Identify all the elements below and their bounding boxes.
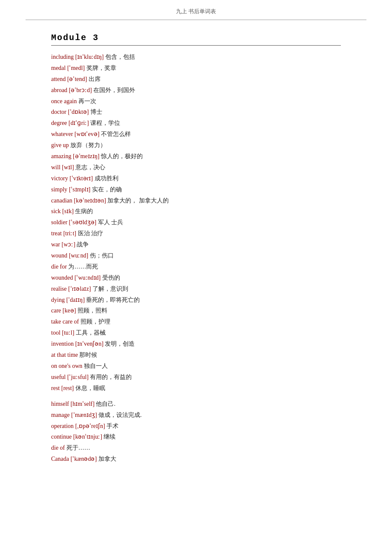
chinese-meaning: 继续 [102, 434, 116, 440]
chinese-meaning: 惊人的，极好的 [100, 153, 143, 159]
vocab-item: attend [əˈtend] 出席 [51, 74, 341, 85]
english-word: realise [51, 286, 67, 292]
english-word: at that time [51, 352, 78, 358]
vocab-item: operation [ˌɒpəˈreɪʃn] 手术 [51, 421, 341, 432]
vocab-item: care [keə] 照顾，照料 [51, 305, 341, 316]
vocab-item: die for 为……而死 [51, 261, 341, 272]
chinese-meaning: 照顾，护理 [79, 318, 110, 325]
vocab-item: including [ɪnˈkluːdɪŋ] 包含，包括 [51, 52, 341, 63]
phonetic: [ˈdaɪɪŋ] [65, 297, 85, 303]
phonetic: [əˈmeɪzɪŋ] [71, 153, 99, 159]
vocab-item: rest [rest] 休息，睡眠 [51, 383, 341, 394]
english-word: operation [51, 423, 74, 429]
vocab-item: at that time 那时候 [51, 350, 341, 361]
vocab-item: war [wɔː] 战争 [51, 239, 341, 250]
english-word: once again [51, 98, 77, 104]
english-word: whatever [51, 131, 73, 137]
english-word: wound [51, 252, 67, 259]
chinese-meaning: 包含，包括 [104, 54, 135, 60]
header-title: 九上 书后单词表 [176, 8, 216, 14]
vocab-item: useful [ˈjuːsful] 有用的，有益的 [51, 372, 341, 383]
english-word: victory [51, 175, 68, 182]
phonetic: [wɒtˈevə] [73, 131, 99, 137]
chinese-meaning: 出席 [87, 76, 101, 82]
english-word: soldier [51, 219, 67, 225]
chinese-meaning: 战争 [75, 241, 89, 248]
vocab-item: medal [ˈmedl] 奖牌，奖章 [51, 63, 341, 74]
phonetic: [əˈtend] [66, 76, 87, 82]
vocab-item: on one's own 独自一人 [51, 361, 341, 372]
chinese-meaning: 成功胜利 [93, 175, 118, 182]
vocab-list: including [ɪnˈkluːdɪŋ] 包含，包括medal [ˈmedl… [51, 52, 341, 465]
english-word: canadian [51, 197, 72, 204]
vocab-item: give up 放弃（努力） [51, 140, 341, 151]
phonetic: [wuːnd] [67, 252, 88, 259]
english-word: rest [51, 385, 60, 391]
vocab-item: victory [ˈvɪktərɪ] 成功胜利 [51, 173, 341, 184]
phonetic: [tuːl] [61, 330, 75, 336]
phonetic: [rest] [60, 385, 74, 391]
chinese-meaning: 发明，创造 [104, 341, 135, 347]
chinese-meaning: 照顾，照料 [76, 307, 107, 314]
vocab-item: dying [ˈdaɪɪŋ] 垂死的，即将死亡的 [51, 295, 341, 306]
vocab-item: Canada [ˈkænədə] 加拿大 [51, 454, 341, 465]
vocab-item: treat [triːt] 医治 治疗 [51, 228, 341, 239]
phonetic: [kənˈtɪnjuː] [72, 434, 102, 440]
vocab-item: whatever [wɒtˈevə] 不管怎么样 [51, 129, 341, 140]
vocab-item: will [wɪl] 意志，决心 [51, 162, 341, 173]
phonetic: [hɪmˈself] [69, 401, 95, 407]
chinese-meaning: 加拿大的， 加拿大人的 [106, 197, 169, 204]
vocab-item: invention [ɪnˈvenʃən] 发明，创造 [51, 338, 341, 350]
english-word: take care of [51, 318, 79, 325]
phonetic: [ˈvɪktərɪ] [68, 175, 93, 182]
english-word: sick [51, 208, 61, 214]
vocab-item: continue [kənˈtɪnjuː] 继续 [51, 431, 341, 442]
module-title: Module 3 [51, 33, 341, 46]
english-word: give up [51, 142, 69, 148]
phonetic: [ˈmedl] [66, 65, 85, 71]
chinese-meaning: 实在，的确 [90, 186, 122, 193]
chinese-meaning: 为……而死 [67, 263, 98, 270]
phonetic: [ˈmænɪdʒ] [70, 412, 97, 418]
chinese-meaning: 独自一人 [82, 363, 108, 369]
chinese-meaning: 医治 治疗 [76, 230, 103, 237]
vocab-item: take care of 照顾，护理 [51, 316, 341, 327]
phonetic: [ˌɒpəˈreɪʃn] [74, 423, 105, 429]
chinese-meaning: 死于…… [65, 445, 90, 451]
vocab-item: canadian [kəˈneɪdɪən] 加拿大的， 加拿大人的 [51, 195, 341, 206]
chinese-meaning: 垂死的，即将死亡的 [85, 297, 140, 303]
chinese-meaning: 在国外，到国外 [92, 87, 135, 93]
english-word: die for [51, 263, 67, 270]
phonetic: [dɪˈɡriː] [67, 120, 89, 126]
vocab-item: himself [hɪmˈself] 他自己. [51, 399, 341, 410]
chinese-meaning: 不管怎么样 [99, 131, 131, 137]
english-word: manage [51, 412, 70, 418]
phonetic: [ɪnˈvenʃən] [74, 341, 104, 347]
english-word: medal [51, 65, 66, 71]
english-word: war [51, 241, 60, 248]
chinese-meaning: 军人 士兵 [96, 219, 123, 225]
chinese-meaning: 奖牌，奖章 [85, 65, 116, 71]
chinese-meaning: 加拿大 [97, 456, 116, 462]
vocab-item: die of 死于…… [51, 442, 341, 454]
chinese-meaning: 伤；伤口 [88, 252, 114, 259]
english-word: die of [51, 445, 65, 451]
english-word: abroad [51, 87, 67, 93]
english-word: useful [51, 374, 66, 380]
vocab-item: degree [dɪˈɡriː] 课程，学位 [51, 118, 341, 129]
phonetic: [ˈjuːsful] [66, 374, 89, 380]
english-word: degree [51, 120, 67, 126]
english-word: simply [51, 186, 67, 193]
vocab-item: tool [tuːl] 工具，器械 [51, 327, 341, 338]
vocab-item: once again 再一次 [51, 96, 341, 107]
phonetic: [ˈsɪmplɪ] [67, 186, 90, 193]
chinese-meaning: 受伤的 [101, 275, 120, 281]
chinese-meaning: 课程，学位 [89, 120, 121, 126]
phonetic: [keə] [61, 307, 76, 314]
vocab-item: soldier [ˈsəʊldʒə] 军人 士兵 [51, 217, 341, 228]
vocab-item: wounded [ˈwuːndɪd] 受伤的 [51, 272, 341, 283]
vocab-item: amazing [əˈmeɪzɪŋ] 惊人的，极好的 [51, 151, 341, 162]
chinese-meaning: 那时候 [78, 352, 98, 358]
phonetic: [ˈdɒktə] [66, 109, 89, 115]
phonetic: [əˈbrɔːd] [67, 87, 92, 93]
